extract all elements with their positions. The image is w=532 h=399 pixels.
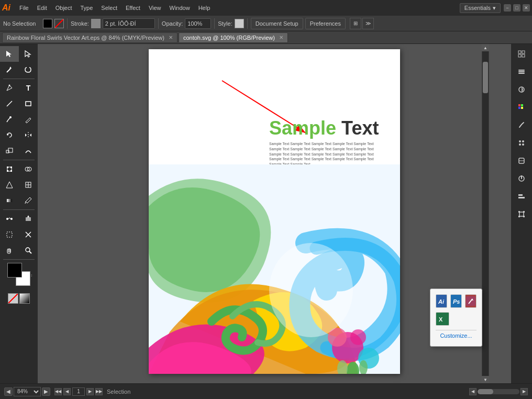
menu-file[interactable]: File — [16, 3, 32, 13]
line-tool[interactable] — [0, 96, 19, 112]
extra-controls: ⊞ ≫ — [350, 18, 374, 29]
menu-edit[interactable]: Edit — [34, 3, 51, 13]
customize-button[interactable]: Customize... — [436, 330, 476, 341]
menu-bar: Ai File Edit Object Type Select Effect V… — [0, 0, 532, 16]
panel-btn-1[interactable] — [514, 46, 529, 62]
tab-rainbow-close[interactable]: ✕ — [169, 35, 173, 40]
gradient-tool[interactable] — [0, 193, 19, 208]
selection-tool[interactable] — [0, 46, 19, 62]
paintbrush-tool[interactable] — [0, 112, 19, 127]
h-scroll-thumb[interactable] — [478, 389, 493, 394]
tab-rainbow[interactable]: Rainbow Floral Swirls Vector Art.eps @ 8… — [2, 32, 178, 43]
eyedropper-tool[interactable] — [19, 193, 38, 208]
close-button[interactable]: ✕ — [523, 4, 530, 12]
stroke-color-swatch[interactable] — [91, 19, 101, 28]
pen-tool[interactable] — [0, 80, 19, 96]
fill-swatch[interactable] — [43, 19, 52, 28]
warp-tool[interactable] — [19, 143, 38, 159]
zoom-select[interactable]: 84% 100% 150% 200% — [14, 387, 41, 396]
reflect-tool[interactable] — [19, 127, 38, 143]
tool-sep-1 — [3, 79, 35, 79]
fill-indicator — [54, 19, 64, 28]
scroll-left-button[interactable]: ◀ — [469, 388, 476, 395]
svg-marker-3 — [9, 66, 12, 69]
shape-builder-tool[interactable] — [19, 161, 38, 177]
panel-btn-layers[interactable] — [514, 64, 529, 80]
preferences-button[interactable]: Preferences — [305, 18, 346, 29]
magic-wand-tool[interactable] — [0, 62, 19, 77]
scale-tool[interactable] — [0, 143, 19, 159]
scroll-thumb[interactable] — [483, 62, 488, 93]
panel-btn-symbols[interactable] — [514, 135, 529, 151]
stroke-weight-input[interactable] — [103, 18, 155, 29]
svg-rect-77 — [518, 197, 525, 198]
panel-btn-align[interactable] — [514, 189, 529, 204]
next-page-button[interactable]: ▶ — [86, 388, 94, 395]
perspective-tool[interactable] — [0, 177, 19, 193]
popup-icon-excel[interactable]: X — [436, 312, 449, 326]
menu-object[interactable]: Object — [52, 3, 76, 13]
artboard-tool[interactable] — [0, 227, 19, 242]
popup-icon-photoshop[interactable]: Ps — [450, 294, 462, 308]
page-number-input[interactable] — [72, 387, 85, 396]
scroll-down-arrow[interactable]: ▼ — [482, 376, 489, 383]
last-page-button[interactable]: ▶▶ — [95, 388, 103, 395]
menu-view[interactable]: View — [145, 3, 165, 13]
live-paint-tool[interactable] — [19, 211, 38, 227]
maximize-button[interactable]: □ — [513, 4, 520, 12]
svg-point-28 — [10, 218, 13, 220]
vertical-scrollbar[interactable]: ▲ ▼ — [482, 44, 489, 383]
tab-contoh-close[interactable]: ✕ — [279, 35, 283, 40]
svg-rect-76 — [518, 194, 523, 196]
menu-type[interactable]: Type — [77, 3, 97, 13]
hand-tool[interactable] — [0, 242, 19, 258]
tool-row-chart — [0, 177, 38, 193]
h-scroll-track[interactable] — [478, 389, 519, 394]
minimize-button[interactable]: − — [504, 4, 511, 12]
tab-contoh[interactable]: contoh.svg @ 100% (RGB/Preview) ✕ — [179, 32, 288, 43]
pencil-tool[interactable] — [19, 112, 38, 127]
panel-btn-graphic-styles[interactable] — [514, 153, 529, 169]
scroll-track[interactable] — [482, 51, 489, 376]
panel-btn-brushes[interactable] — [514, 117, 529, 133]
prev-page-button[interactable]: ◀ — [63, 388, 71, 395]
sample-text-dark: Text — [336, 117, 379, 139]
slice-tool[interactable] — [19, 227, 38, 242]
svg-rect-66 — [518, 107, 520, 109]
panel-btn-color[interactable] — [514, 82, 529, 97]
zoom-tool[interactable] — [19, 242, 38, 258]
first-page-button[interactable]: ◀◀ — [54, 388, 62, 395]
arrange-icon[interactable]: ⊞ — [350, 18, 361, 29]
foreground-color-swatch[interactable] — [7, 263, 22, 278]
rotate-tool[interactable] — [0, 127, 19, 143]
menu-window[interactable]: Window — [166, 3, 194, 13]
free-transform-tool[interactable] — [0, 161, 19, 177]
rect-tool[interactable] — [19, 96, 38, 112]
panel-btn-swatches[interactable] — [514, 99, 529, 115]
blend-tool[interactable] — [0, 211, 19, 227]
gradient-swatch[interactable] — [19, 293, 30, 304]
menu-effect[interactable]: Effect — [122, 3, 144, 13]
more-options-icon[interactable]: ≫ — [362, 18, 374, 29]
popup-icon-pen[interactable] — [465, 294, 476, 308]
mesh-tool[interactable] — [19, 177, 38, 193]
zoom-next-button[interactable]: ▶ — [42, 387, 50, 396]
none-swatch[interactable] — [8, 293, 18, 304]
menu-select[interactable]: Select — [97, 3, 121, 13]
scroll-right-button[interactable]: ▶ — [520, 388, 528, 395]
svg-line-35 — [29, 251, 31, 253]
scroll-up-arrow[interactable]: ▲ — [482, 44, 489, 51]
panel-btn-transform[interactable] — [514, 206, 529, 222]
essentials-button[interactable]: Essentials ▾ — [460, 3, 501, 13]
document-setup-button[interactable]: Document Setup — [251, 18, 303, 29]
opacity-input[interactable] — [185, 18, 211, 29]
popup-icon-illustrator[interactable]: Ai — [436, 294, 447, 308]
menu-help[interactable]: Help — [195, 3, 214, 13]
separator-1 — [67, 18, 68, 29]
zoom-prev-button[interactable]: ◀ — [4, 387, 13, 396]
direct-selection-tool[interactable] — [19, 46, 38, 62]
style-swatch[interactable] — [235, 19, 244, 28]
type-tool[interactable]: T — [19, 80, 38, 96]
panel-btn-appearance[interactable] — [514, 171, 529, 186]
lasso-tool[interactable] — [19, 62, 38, 77]
